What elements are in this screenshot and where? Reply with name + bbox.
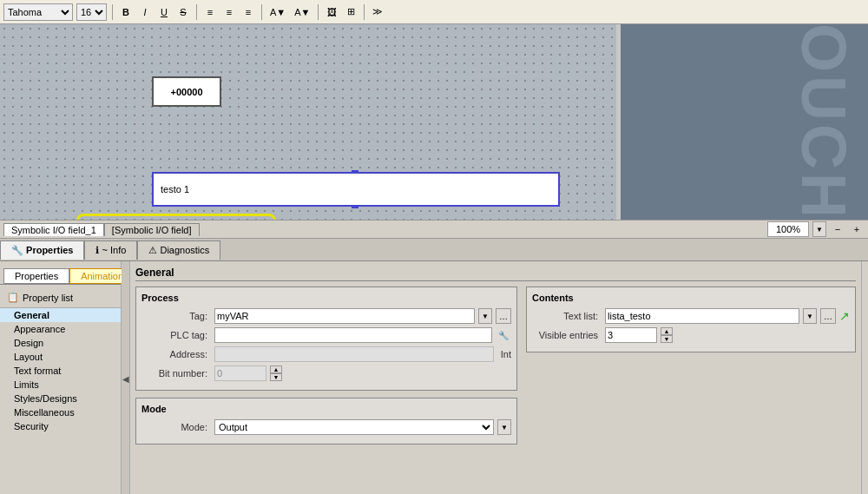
mode-select[interactable]: Output Input: [214, 419, 494, 435]
strikethrough-button[interactable]: S: [175, 4, 191, 20]
zoom-area: ▼ − +: [767, 221, 865, 237]
tag-browse-btn[interactable]: …: [496, 308, 511, 324]
mode-group: Mode Mode: Output Input ▼: [135, 398, 517, 445]
text-list-label: Text list:: [532, 311, 602, 321]
text-list-go-btn[interactable]: ↗: [839, 309, 850, 323]
contents-title: Contents: [532, 293, 850, 303]
font-select[interactable]: Tahoma: [3, 3, 73, 21]
prop-tab-properties[interactable]: 🔧 Properties: [0, 240, 84, 260]
sidebar-item-layout[interactable]: Layout: [0, 350, 121, 364]
align-left-button[interactable]: ≡: [202, 4, 218, 20]
tab-symbolic-io[interactable]: Symbolic I/O field_1: [3, 223, 104, 236]
sidebar-item-security-label: Security: [14, 421, 49, 431]
tag-row: Tag: ▼ …: [141, 308, 511, 324]
handle-bottom: [352, 205, 358, 208]
bold-button[interactable]: B: [118, 4, 134, 20]
zoom-minus[interactable]: −: [830, 221, 845, 237]
mode-dropdown[interactable]: ▼: [497, 419, 511, 435]
prop-tab-info[interactable]: ℹ ~ Info: [84, 240, 137, 260]
bg-color-button[interactable]: A▼: [292, 4, 312, 20]
plc-tag-label: PLC tag:: [141, 330, 211, 340]
sidebar-item-design[interactable]: Design: [0, 336, 121, 350]
italic-button[interactable]: I: [137, 4, 153, 20]
text-widget[interactable]: testo 1: [152, 172, 560, 207]
address-row: Address: Int: [141, 346, 511, 362]
table-button[interactable]: ⊞: [343, 4, 358, 20]
underline-button[interactable]: U: [156, 4, 172, 20]
sidebar-item-design-label: Design: [14, 338, 43, 348]
subtab-properties[interactable]: Properties: [3, 268, 69, 284]
visible-entries-down[interactable]: ▼: [661, 335, 673, 343]
bit-number-row: Bit number: ▲ ▼: [141, 366, 511, 381]
text-list-dropdown[interactable]: ▼: [803, 308, 817, 324]
zoom-dropdown[interactable]: ▼: [812, 221, 826, 237]
numeric-widget[interactable]: +00000: [152, 76, 221, 107]
sidebar-item-stylesdesigns-label: Styles/Designs: [14, 393, 77, 404]
toolbar: Tahoma 16 B I U S ≡ ≡ ≡ A▼ A▼ 🖼 ⊞ ≫: [0, 0, 868, 24]
visible-entries-up[interactable]: ▲: [661, 327, 673, 335]
font-size-select[interactable]: 16: [76, 3, 107, 21]
sidebar-item-layout-label: Layout: [14, 352, 43, 362]
sidebar-item-general-label: General: [14, 310, 49, 320]
font-color-button[interactable]: A▼: [267, 4, 288, 20]
bit-number-spinner: ▲ ▼: [270, 366, 282, 381]
plc-tag-input[interactable]: [214, 327, 492, 343]
info-label: ~ Info: [102, 245, 127, 255]
plc-tag-wrench-btn[interactable]: 🔧: [496, 327, 511, 343]
sidebar-item-miscellaneous-label: Miscellaneous: [14, 407, 75, 418]
bit-number-down[interactable]: ▼: [270, 373, 282, 381]
properties-label: Properties: [26, 245, 73, 255]
property-list-label: Property list: [23, 293, 73, 303]
collapse-handle[interactable]: ◀: [122, 261, 130, 494]
address-input: [214, 346, 494, 362]
plc-tag-row: PLC tag: 🔧: [141, 327, 511, 343]
visible-entries-input[interactable]: [605, 327, 657, 343]
sidebar-item-miscellaneous[interactable]: Miscellaneous: [0, 405, 121, 419]
bit-number-input: [214, 366, 266, 381]
prop-header: 🔧 Properties ℹ ~ Info ⚠ Diagnostics: [0, 239, 868, 261]
sidebar-item-limits[interactable]: Limits: [0, 378, 121, 392]
sidebar-item-general[interactable]: General: [0, 308, 121, 322]
tab-area: Symbolic I/O field_1 [Symbolic I/O field…: [3, 223, 200, 236]
scroll-stub[interactable]: [861, 261, 868, 494]
insert-image-button[interactable]: 🖼: [324, 4, 339, 20]
align-center-button[interactable]: ≡: [221, 4, 237, 20]
sub-tabs: Properties Animations Events Texts: [0, 265, 121, 285]
visible-entries-row: Visible entries ▲ ▼: [532, 327, 850, 343]
toolbar-divider-2: [196, 4, 197, 20]
mode-title: Mode: [141, 404, 511, 414]
sidebar-item-security[interactable]: Security: [0, 419, 121, 433]
mode-row: Mode: Output Input ▼: [141, 419, 511, 435]
process-group: Process Tag: ▼ … PLC tag: 🔧: [135, 287, 517, 391]
status-bar: Symbolic I/O field_1 [Symbolic I/O field…: [0, 220, 868, 239]
tab-symbolic-io-field[interactable]: [Symbolic I/O field]: [104, 223, 200, 236]
sidebar-item-textformat[interactable]: Text format: [0, 364, 121, 378]
diagnostics-label: Diagnostics: [160, 245, 209, 255]
text-value: testo 1: [161, 184, 189, 194]
prop-tab-diagnostics[interactable]: ⚠ Diagnostics: [137, 240, 220, 260]
section-title: General: [135, 267, 856, 281]
text-list-row: Text list: ▼ … ↗: [532, 308, 850, 324]
prop-tab-properties-label: 🔧: [11, 245, 23, 256]
address-type: Int: [501, 349, 511, 359]
more-button[interactable]: ≫: [370, 4, 385, 20]
visible-entries-label: Visible entries: [532, 330, 602, 340]
property-list-btn[interactable]: 📋 Property list: [0, 290, 121, 305]
visible-entries-spinner: ▲ ▼: [661, 327, 673, 343]
align-right-button[interactable]: ≡: [240, 4, 256, 20]
sidebar-item-stylesdesigns[interactable]: Styles/Designs: [0, 392, 121, 405]
contents-group: Contents Text list: ▼ … ↗ Visible entrie…: [526, 287, 856, 352]
text-list-browse-btn[interactable]: …: [820, 308, 836, 324]
bit-number-up[interactable]: ▲: [270, 366, 282, 373]
sidebar-item-appearance[interactable]: Appearance: [0, 322, 121, 336]
zoom-input[interactable]: [767, 221, 809, 237]
touch-text: OUCH: [788, 24, 859, 220]
process-title: Process: [141, 293, 511, 303]
main-content: General Process Tag: ▼ … PLC tag: [130, 261, 861, 494]
zoom-plus[interactable]: +: [849, 221, 865, 237]
tag-dropdown-btn[interactable]: ▼: [478, 308, 492, 324]
sidebar-item-textformat-label: Text format: [14, 366, 61, 376]
address-label: Address:: [141, 349, 211, 359]
tag-input[interactable]: [214, 308, 475, 324]
text-list-input[interactable]: [605, 308, 799, 324]
